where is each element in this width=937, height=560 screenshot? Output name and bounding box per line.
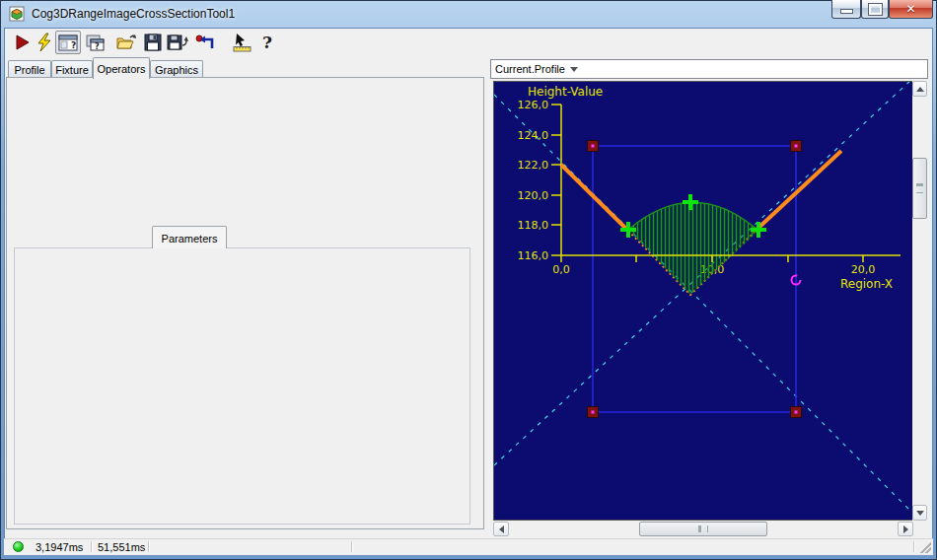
statusbar-separator <box>148 541 149 552</box>
save-as-button[interactable] <box>167 31 190 54</box>
tab-label: Operators <box>98 63 146 75</box>
svg-text:?: ? <box>95 42 100 51</box>
embedded-window-icon: ? <box>58 35 78 51</box>
scroll-down-icon <box>916 511 924 516</box>
x-tick-label: 20,0 <box>851 263 876 276</box>
total-time: 51,551ms <box>98 541 145 553</box>
maximize-icon <box>869 4 882 15</box>
pointer-tool-button[interactable] <box>231 31 254 54</box>
scroll-left-icon <box>499 525 504 533</box>
chart-background <box>494 82 912 520</box>
minimize-button[interactable] <box>831 0 861 19</box>
minimize-icon <box>840 9 853 14</box>
region-corner-handle[interactable] <box>791 141 802 152</box>
float-window-button[interactable]: ? <box>83 31 107 54</box>
lightning-icon <box>35 33 54 52</box>
reset-button[interactable] <box>193 31 217 54</box>
resize-grip[interactable] <box>920 542 931 553</box>
region-corner-handle[interactable] <box>588 407 599 418</box>
y-tick-label: 124,0 <box>518 129 549 142</box>
display-horizontal-scrollbar[interactable] <box>493 522 913 536</box>
region-corner-handle[interactable] <box>588 141 599 152</box>
close-button[interactable]: ✕ <box>889 0 933 19</box>
y-tick-label: 122,0 <box>518 159 549 172</box>
tab-label: Graphics <box>155 64 198 76</box>
scroll-right-icon <box>903 525 908 533</box>
window-title: Cog3DRangeImageCrossSectionTool1 <box>32 7 235 21</box>
help-button[interactable]: ? <box>255 31 279 54</box>
record-selector-value: Current.Profile <box>491 63 565 75</box>
open-file-button[interactable] <box>114 31 138 54</box>
save-disk-icon <box>143 33 163 52</box>
save-button[interactable] <box>141 31 165 54</box>
thumb-grip <box>916 183 923 193</box>
open-folder-icon <box>115 33 137 52</box>
y-tick-label: 118,0 <box>518 219 549 232</box>
statusbar-separator <box>91 541 92 552</box>
run-once-button[interactable] <box>33 31 56 54</box>
status-bar: 3,1947ms 51,551ms <box>4 538 933 555</box>
close-icon: ✕ <box>905 2 915 16</box>
tab-label: Fixture <box>55 64 89 76</box>
execution-time: 3,1947ms <box>36 541 83 553</box>
reset-arrow-icon <box>194 33 216 52</box>
tab-parameters[interactable]: Parameters <box>152 226 227 248</box>
statusbar-separator <box>351 541 352 552</box>
run-button[interactable] <box>10 31 34 54</box>
y-axis-title: Height-Value <box>528 85 603 99</box>
tab-label: Profile <box>14 64 44 76</box>
x-tick-label: 0,0 <box>552 263 570 276</box>
profile-chart: 10,0 126,0 124,0 122,0 120,0 118,0 116,0 <box>493 81 913 521</box>
y-tick-label: 116,0 <box>518 249 549 262</box>
region-corner-handle[interactable] <box>791 407 802 418</box>
app-icon <box>9 6 25 22</box>
help-icon: ? <box>262 33 272 52</box>
chevron-down-icon <box>565 60 583 78</box>
run-status-indicator <box>13 541 24 552</box>
play-icon <box>12 33 32 52</box>
svg-text:?: ? <box>71 40 76 50</box>
show-electrode-button[interactable]: ? <box>55 31 81 54</box>
scrollbar-thumb[interactable] <box>912 158 927 219</box>
display-panel: Current.Profile <box>490 59 928 537</box>
tool-window: Cog3DRangeImageCrossSectionTool1 ✕ ? ? <box>0 0 937 560</box>
pointer-ruler-icon <box>232 33 253 52</box>
parameters-panel <box>14 247 470 525</box>
tab-operators[interactable]: Operators <box>93 57 150 79</box>
display-vertical-scrollbar[interactable] <box>912 81 927 521</box>
scrollbar-thumb[interactable] <box>639 522 767 536</box>
scroll-left-button[interactable] <box>493 522 509 536</box>
scroll-down-button[interactable] <box>912 505 927 521</box>
profile-chart-canvas: 10,0 126,0 124,0 122,0 120,0 118,0 116,0 <box>494 82 912 520</box>
save-as-icon <box>167 33 190 52</box>
scroll-up-button[interactable] <box>912 81 927 97</box>
tab-label: Parameters <box>162 233 218 245</box>
y-tick-label: 126,0 <box>518 99 549 111</box>
titlebar[interactable]: Cog3DRangeImageCrossSectionTool1 ✕ <box>0 0 937 28</box>
scroll-up-icon <box>916 87 924 92</box>
maximize-button[interactable] <box>861 0 889 19</box>
scroll-right-button[interactable] <box>898 522 913 536</box>
x-axis-title: Region-X <box>840 277 893 291</box>
statusbar-separator <box>913 541 914 552</box>
record-selector[interactable]: Current.Profile <box>490 59 928 79</box>
thumb-grip <box>698 525 708 532</box>
y-tick-label: 120,0 <box>518 189 549 202</box>
floating-window-icon: ? <box>85 34 105 51</box>
